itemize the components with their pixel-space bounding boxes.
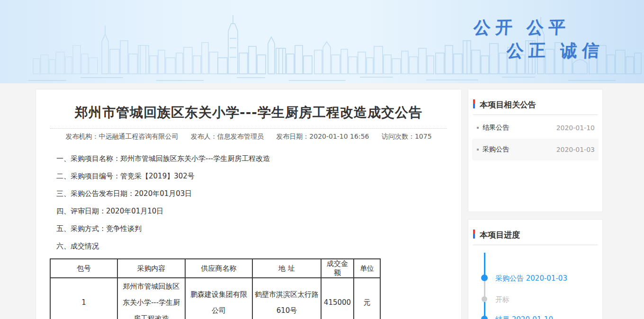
meta-publisher: 发布人：信息发布管理员	[191, 133, 264, 140]
header-banner: 公开 公平 公正 诚信	[0, 0, 644, 83]
page-title: 郑州市管城回族区东关小学---学生厨房工程改造成交公告	[36, 104, 461, 122]
page: 公开 公平 公正 诚信 郑州市管城回族区东关小学---学生厨房工程改造成交公告 …	[0, 0, 644, 319]
slogan-openness: 公开	[473, 16, 518, 40]
progress-panel-title: 本项目进度	[480, 230, 520, 239]
deal-result-table: 包号 采购内容 供应商名称 地 址 成交金额 单位 1 郑州市管城回族区东关小学…	[50, 258, 381, 319]
item-project-name: 一、采购项目名称：郑州市管城回族区东关小学---学生厨房工程改造	[56, 153, 461, 171]
header-supplier: 供应商名称	[185, 259, 252, 278]
progress-timeline: 采购公告 2020-01-03 开标 结果 2020-01-10	[468, 245, 602, 319]
related-item-label[interactable]: 采购公告	[483, 145, 509, 154]
project-progress-panel: 本项目进度 采购公告 2020-01-03 开标 结果 2020-01-10	[468, 219, 603, 319]
related-list: 结果公告 2020-01-10 采购公告 2020-01-03	[468, 117, 602, 160]
cell-amount: 415000	[321, 278, 354, 319]
related-item-label[interactable]: 结果公告	[483, 124, 509, 132]
progress-panel-title-row: 本项目进度	[468, 220, 602, 240]
header-amount: 成交金额	[321, 259, 354, 278]
timeline-step-result[interactable]: 结果 2020-01-10	[495, 315, 553, 319]
table-header-row: 包号 采购内容 供应商名称 地 址 成交金额 单位	[50, 259, 380, 278]
meta-visit-count: 访问次数：1075	[382, 133, 432, 140]
related-item-procurement[interactable]: 采购公告 2020-01-03	[472, 139, 599, 160]
related-item-date: 2020-01-03	[556, 146, 595, 153]
accent-bar-icon	[473, 99, 475, 108]
item-announce-date: 三、采购公告发布日期：2020年01月03日	[56, 188, 461, 206]
related-item-date: 2020-01-10	[556, 124, 595, 132]
article-body: 一、采购项目名称：郑州市管城回族区东关小学---学生厨房工程改造 二、采购项目编…	[36, 141, 461, 258]
timeline-step-procurement-announcement[interactable]: 采购公告 2020-01-03	[495, 274, 567, 283]
timeline-step-bid-opening: 开标	[495, 295, 510, 304]
cell-address: 鹤壁市淇滨区太行路610号	[252, 278, 321, 319]
slogan-justice: 公正	[506, 39, 551, 63]
meta-agency: 发布机构：中远融通工程咨询有限公司	[65, 133, 178, 140]
table-row: 1 郑州市管城回族区东关小学---学生厨房工程改造 鹏森建设集团有限公司 鹤壁市…	[50, 278, 380, 319]
square-bullet-icon	[477, 127, 479, 129]
header-address: 地 址	[252, 259, 321, 278]
meta-publish-date: 发布日期：2020-01-10 16:56	[276, 133, 369, 140]
article-meta: 发布机构：中远融通工程咨询有限公司 发布人：信息发布管理员 发布日期：2020-…	[36, 133, 461, 141]
square-bullet-icon	[477, 149, 479, 151]
related-panel-title-row: 本项目相关公告	[468, 89, 602, 110]
title-separator	[50, 128, 447, 129]
announcement-article: 郑州市管城回族区东关小学---学生厨房工程改造成交公告 发布机构：中远融通工程咨…	[36, 89, 462, 319]
item-procurement-method: 五、采购方式：竞争性谈判	[56, 223, 461, 241]
related-announcements-panel: 本项目相关公告 结果公告 2020-01-10 采购公告 2020-01-03	[468, 89, 603, 212]
cell-unit: 元	[354, 278, 380, 319]
related-panel-title: 本项目相关公告	[480, 100, 536, 109]
timeline-dot-pending	[482, 296, 487, 302]
cell-supplier: 鹏森建设集团有限公司	[185, 278, 252, 319]
header-package: 包号	[50, 259, 117, 278]
item-deal-result: 六、成交情况	[56, 241, 461, 258]
slogan-integrity: 诚信	[560, 39, 605, 63]
accent-bar-icon	[473, 230, 475, 239]
timeline-dot-done	[481, 316, 488, 319]
item-review-date: 四、评审日期：2020年01月10日	[56, 206, 461, 223]
slogan-fairness: 公平	[526, 16, 571, 40]
related-title-separator	[473, 115, 598, 115]
item-project-number: 二、采购项目编号：管竞采【2019】302号	[56, 171, 461, 188]
related-item-result[interactable]: 结果公告 2020-01-10	[472, 117, 599, 139]
timeline-dot-done	[481, 275, 488, 281]
cell-package: 1	[50, 278, 117, 319]
header-content: 采购内容	[117, 259, 185, 278]
cell-content: 郑州市管城回族区东关小学---学生厨房工程改造	[117, 278, 185, 319]
header-unit: 单位	[354, 259, 380, 278]
